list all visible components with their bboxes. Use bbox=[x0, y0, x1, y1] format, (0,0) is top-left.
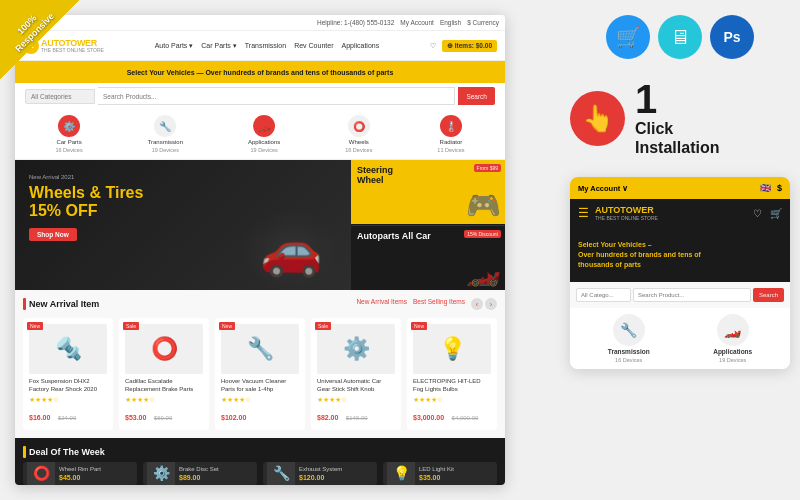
product-badge-4: Sale bbox=[315, 322, 331, 330]
mobile-account-label[interactable]: My Account ∨ bbox=[578, 184, 628, 193]
mobile-wishlist-icon[interactable]: ♡ bbox=[753, 208, 762, 219]
deal-card-1[interactable]: ⭕ Wheel Rim Part $45.00 bbox=[23, 462, 137, 485]
cat-icon-wheels: ⭕ bbox=[348, 115, 370, 137]
mobile-cat-icon-transmission: 🔧 bbox=[613, 314, 645, 346]
deal-card-3[interactable]: 🔧 Exhaust System $120.00 bbox=[263, 462, 377, 485]
mobile-header-actions: ♡ 🛒 bbox=[753, 208, 782, 219]
mobile-menu-icon[interactable]: ☰ bbox=[578, 206, 589, 220]
hero-side-steering[interactable]: From $99 Steering Wheel 🎮 bbox=[351, 160, 505, 224]
deal-card-4[interactable]: 💡 LED Light Kit $35.00 bbox=[383, 462, 497, 485]
product-name-5: ELECTROPING HIT-LED Fog Lights Bulbs bbox=[413, 378, 491, 394]
product-image-4: ⚙️ bbox=[317, 324, 395, 374]
cart-feature-icon[interactable]: 🛒 bbox=[606, 15, 650, 59]
cat-count-transmission: 19 Devices bbox=[152, 147, 179, 153]
category-wheels[interactable]: ⭕ Wheels 16 Devices bbox=[345, 115, 372, 153]
hero-main: New Arrival 2021 Wheels & Tires 15% OFF … bbox=[15, 160, 351, 290]
deal-info-3: Exhaust System $120.00 bbox=[299, 466, 373, 481]
site-header: A AUTOTOWER THE BEST ONLINE STORE Auto P… bbox=[15, 31, 505, 61]
prev-arrow[interactable]: ‹ bbox=[471, 298, 483, 310]
wishlist-icon[interactable]: ♡ bbox=[430, 42, 436, 50]
language-selector[interactable]: English bbox=[440, 19, 461, 26]
product-name-2: Cadillac Escalade Replacement Brake Part… bbox=[125, 378, 203, 394]
mobile-search-input[interactable] bbox=[633, 288, 751, 302]
currency-selector[interactable]: $ Currency bbox=[467, 19, 499, 26]
mobile-search-section: Search bbox=[570, 282, 790, 308]
hero-tag: New Arrival 2021 bbox=[29, 174, 337, 180]
autoparts-image: 🏎️ bbox=[466, 255, 501, 288]
deal-card-2[interactable]: ⚙️ Brake Disc Set $89.00 bbox=[143, 462, 257, 485]
search-button[interactable]: Search bbox=[458, 87, 495, 105]
product-card-5[interactable]: New 💡 ELECTROPING HIT-LED Fog Lights Bul… bbox=[407, 318, 497, 430]
product-price-5: $3,000.00 $4,000.00 bbox=[413, 406, 491, 424]
mobile-cart-icon[interactable]: 🛒 bbox=[770, 208, 782, 219]
nav-applications[interactable]: Applications bbox=[341, 42, 379, 50]
mobile-logo[interactable]: AUTOTOWER THE BEST ONLINE STORE bbox=[595, 205, 658, 221]
install-text: 1 Click Installation bbox=[635, 79, 719, 157]
search-input[interactable] bbox=[98, 87, 455, 105]
cat-icon-radiator: 🌡️ bbox=[440, 115, 462, 137]
nav-car-parts[interactable]: Car Parts ▾ bbox=[201, 42, 237, 50]
cat-icon-applications: 🏎️ bbox=[253, 115, 275, 137]
mobile-account-icons: 🇬🇧 $ bbox=[760, 183, 782, 193]
nav-transmission[interactable]: Transmission bbox=[245, 42, 286, 50]
right-panel: 🛒 🖥 Ps 👆 1 Click Installation My Account… bbox=[570, 15, 790, 369]
mobile-hero: Select Your Vehicles – Over hundreds of … bbox=[570, 227, 790, 282]
cat-count-car-parts: 16 Devices bbox=[55, 147, 82, 153]
cat-count-radiator: 11 Devices bbox=[437, 147, 464, 153]
cart-button[interactable]: ⊕ Items: $0.00 bbox=[442, 40, 497, 52]
mobile-category-select[interactable] bbox=[576, 288, 631, 302]
category-radiator[interactable]: 🌡️ Radiator 11 Devices bbox=[437, 115, 464, 153]
category-select[interactable] bbox=[25, 89, 95, 104]
cat-name-wheels: Wheels bbox=[349, 139, 369, 145]
deal-section: Deal Of The Week ⭕ Wheel Rim Part $45.00… bbox=[15, 438, 505, 485]
product-stars-1: ★★★★☆ bbox=[29, 396, 107, 404]
categories-row: ⚙️ Car Parts 16 Devices 🔧 Transmission 1… bbox=[15, 109, 505, 160]
mobile-categories-row: 🔧 Transmission 16 Devices 🏎️ Application… bbox=[570, 308, 790, 369]
mobile-search-button[interactable]: Search bbox=[753, 288, 784, 302]
monitor-feature-icon[interactable]: 🖥 bbox=[658, 15, 702, 59]
mobile-cat-transmission[interactable]: 🔧 Transmission 16 Devices bbox=[608, 314, 650, 363]
product-image-5: 💡 bbox=[413, 324, 491, 374]
category-transmission[interactable]: 🔧 Transmission 19 Devices bbox=[148, 115, 183, 153]
product-name-3: Hoover Vacuum Cleaner Parts for sale 1-4… bbox=[221, 378, 299, 394]
mobile-cat-applications[interactable]: 🏎️ Applications 19 Devices bbox=[713, 314, 752, 363]
products-header: New Arrival Item New Arrival Items Best … bbox=[23, 298, 497, 310]
cat-name-applications: Applications bbox=[248, 139, 280, 145]
mobile-flag-icon[interactable]: 🇬🇧 bbox=[760, 183, 771, 193]
car-shape: 🚗 bbox=[241, 210, 341, 290]
mobile-cat-name-transmission: Transmission bbox=[608, 348, 650, 355]
product-price-3: $102.00 bbox=[221, 406, 299, 424]
feature-icons-row: 🛒 🖥 Ps bbox=[570, 15, 790, 59]
cat-count-applications: 19 Devices bbox=[251, 147, 278, 153]
deal-header: Deal Of The Week bbox=[23, 446, 497, 458]
hero-side-autoparts[interactable]: 15% Discount Autoparts All Car 🏎️ bbox=[351, 225, 505, 290]
my-account-link[interactable]: My Account bbox=[400, 19, 434, 26]
deal-info-2: Brake Disc Set $89.00 bbox=[179, 466, 253, 481]
install-section: 👆 1 Click Installation bbox=[570, 79, 790, 157]
category-car-parts[interactable]: ⚙️ Car Parts 16 Devices bbox=[55, 115, 82, 153]
product-name-1: Fox Suspension DHX2 Factory Rear Shock 2… bbox=[29, 378, 107, 394]
product-card-2[interactable]: Sale ⭕ Cadillac Escalade Replacement Bra… bbox=[119, 318, 209, 430]
product-card-1[interactable]: New 🔩 Fox Suspension DHX2 Factory Rear S… bbox=[23, 318, 113, 430]
product-card-4[interactable]: Sale ⚙️ Universal Automatic Car Gear Sti… bbox=[311, 318, 401, 430]
mobile-hero-text: Select Your Vehicles – Over hundreds of … bbox=[578, 240, 701, 269]
cat-icon-car-parts: ⚙️ bbox=[58, 115, 80, 137]
photoshop-feature-icon[interactable]: Ps bbox=[710, 15, 754, 59]
nav-auto-parts[interactable]: Auto Parts ▾ bbox=[155, 42, 194, 50]
new-arrival-link[interactable]: New Arrival Items bbox=[356, 298, 407, 310]
hero-shop-now-button[interactable]: Shop Now bbox=[29, 228, 77, 241]
category-applications[interactable]: 🏎️ Applications 19 Devices bbox=[248, 115, 280, 153]
products-links: New Arrival Items Best Selling Items ‹ › bbox=[356, 298, 497, 310]
next-arrow[interactable]: › bbox=[485, 298, 497, 310]
nav-rev-counter[interactable]: Rev Counter bbox=[294, 42, 333, 50]
products-title: New Arrival Item bbox=[23, 298, 99, 310]
product-card-3[interactable]: New 🔧 Hoover Vacuum Cleaner Parts for sa… bbox=[215, 318, 305, 430]
mobile-cat-count-transmission: 16 Devices bbox=[615, 357, 642, 363]
best-selling-link[interactable]: Best Selling Items bbox=[413, 298, 465, 310]
steering-discount-badge: From $99 bbox=[474, 164, 501, 172]
deal-info-4: LED Light Kit $35.00 bbox=[419, 466, 493, 481]
product-badge-1: New bbox=[27, 322, 43, 330]
mobile-preview: My Account ∨ 🇬🇧 $ ☰ AUTOTOWER THE BEST O… bbox=[570, 177, 790, 369]
mobile-currency-selector[interactable]: $ bbox=[777, 183, 782, 193]
cat-name-radiator: Radiator bbox=[440, 139, 463, 145]
